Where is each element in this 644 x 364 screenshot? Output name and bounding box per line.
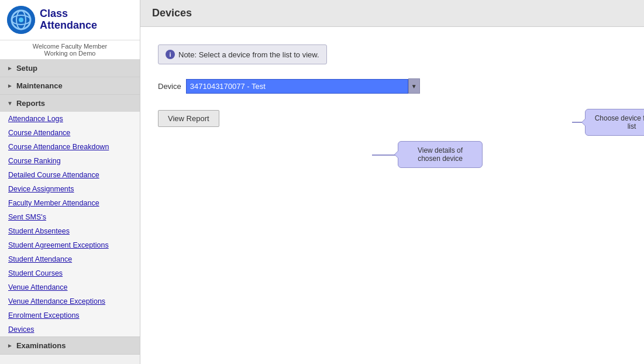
maintenance-header[interactable]: ► Maintenance [0,77,140,94]
setup-label: Setup [16,64,37,73]
device-select-wrapper: 3471043170077 - Test ▼ [186,78,420,94]
sidebar-item-course-attendance[interactable]: Course Attendance [0,126,140,140]
app-title-line1: Class [40,8,97,20]
callout-view-details: View details of chosen device [398,141,483,168]
sidebar-item-venue-attendance[interactable]: Venue Attendance [0,280,140,294]
sidebar-item-student-attendance[interactable]: Student Attendance [0,252,140,266]
maintenance-label: Maintenance [16,81,63,90]
sidebar-item-course-ranking[interactable]: Course Ranking [0,154,140,168]
device-row: Device 3471043170077 - Test ▼ [158,78,626,94]
sidebar-item-detailed-course-attendance[interactable]: Detailed Course Attendance [0,168,140,182]
welcome-line1: Welcome Faculty Member [5,43,135,50]
note-box: i Note: Select a device from the list to… [158,44,327,64]
setup-arrow-icon: ► [7,65,13,71]
welcome-line2: Working on Demo [5,50,135,57]
select-arrow-button[interactable]: ▼ [408,78,420,94]
callout-device-text: Choose device from the list [595,114,644,131]
examinations-arrow-icon: ► [7,342,13,349]
sidebar: Class Attendance Welcome Faculty Member … [0,0,140,364]
page-title: Devices [152,7,632,19]
app-title-line2: Attendance [40,20,97,32]
sidebar-item-attendance-logs[interactable]: Attendance Logs [0,112,140,126]
sidebar-item-devices[interactable]: Devices [0,322,140,336]
callout-device: Choose device from the list [585,109,644,136]
sidebar-item-venue-attendance-exceptions[interactable]: Venue Attendance Exceptions [0,294,140,308]
examinations-header[interactable]: ► Examinations [0,337,140,354]
app-logo [7,6,35,34]
welcome-text: Welcome Faculty Member Working on Demo [0,40,140,60]
nav-section-reports: ▼ Reports Attendance LogsCourse Attendan… [0,95,140,337]
svg-point-4 [19,18,23,22]
sidebar-item-course-attendance-breakdown[interactable]: Course Attendance Breakdown [0,140,140,154]
sidebar-item-device-assignments[interactable]: Device Assignments [0,182,140,196]
sidebar-item-student-agreement-exceptions[interactable]: Student Agreement Exceptions [0,238,140,252]
sidebar-item-student-courses[interactable]: Student Courses [0,266,140,280]
main-content: Devices i Note: Select a device from the… [140,0,644,364]
view-report-button[interactable]: View Report [158,110,219,127]
app-title: Class Attendance [40,8,97,32]
sidebar-header: Class Attendance [0,0,140,40]
reports-header[interactable]: ▼ Reports [0,95,140,112]
maintenance-arrow-icon: ► [7,83,13,89]
device-select[interactable]: 3471043170077 - Test [186,79,408,94]
page-header: Devices [140,0,644,27]
reports-items: Attendance LogsCourse AttendanceCourse A… [0,112,140,336]
sidebar-item-sent-smss[interactable]: Sent SMS's [0,210,140,224]
sidebar-item-enrolment-exceptions[interactable]: Enrolment Exceptions [0,308,140,322]
examinations-label: Examinations [16,341,66,350]
setup-header[interactable]: ► Setup [0,60,140,77]
nav-section-setup: ► Setup [0,60,140,77]
sidebar-item-faculty-member-attendance[interactable]: Faculty Member Attendance [0,196,140,210]
nav-section-maintenance: ► Maintenance [0,77,140,95]
sidebar-item-student-absentees[interactable]: Student Absentees [0,224,140,238]
reports-label: Reports [16,99,45,108]
note-text: Note: Select a device from the list to v… [178,50,319,59]
info-icon: i [166,50,175,59]
nav-section-examinations: ► Examinations [0,337,140,355]
callout-view-text: View details of chosen device [418,146,463,163]
reports-arrow-icon: ▼ [7,100,13,107]
content-area: i Note: Select a device from the list to… [140,27,644,145]
device-label: Device [158,82,181,91]
